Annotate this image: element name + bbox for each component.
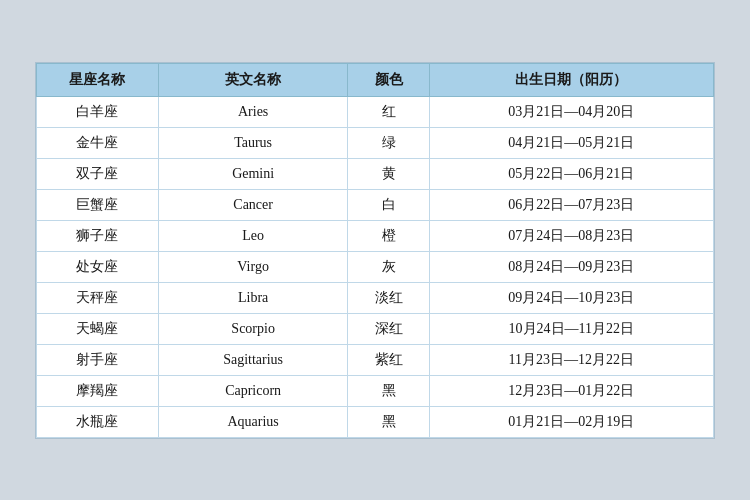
cell-english: Cancer [158,189,348,220]
zodiac-table-container: 星座名称 英文名称 颜色 出生日期（阳历） 白羊座Aries红03月21日—04… [35,62,715,439]
table-row: 双子座Gemini黄05月22日—06月21日 [37,158,714,189]
table-row: 天蝎座Scorpio深红10月24日—11月22日 [37,313,714,344]
table-row: 金牛座Taurus绿04月21日—05月21日 [37,127,714,158]
table-row: 狮子座Leo橙07月24日—08月23日 [37,220,714,251]
cell-chinese: 水瓶座 [37,406,159,437]
cell-english: Capricorn [158,375,348,406]
cell-english: Libra [158,282,348,313]
cell-color: 绿 [348,127,429,158]
cell-color: 紫红 [348,344,429,375]
cell-english: Virgo [158,251,348,282]
cell-chinese: 金牛座 [37,127,159,158]
cell-color: 深红 [348,313,429,344]
cell-english: Sagittarius [158,344,348,375]
cell-color: 黑 [348,375,429,406]
table-row: 摩羯座Capricorn黑12月23日—01月22日 [37,375,714,406]
cell-date: 05月22日—06月21日 [429,158,713,189]
cell-english: Gemini [158,158,348,189]
cell-color: 黄 [348,158,429,189]
cell-english: Leo [158,220,348,251]
cell-date: 08月24日—09月23日 [429,251,713,282]
cell-chinese: 天蝎座 [37,313,159,344]
cell-date: 12月23日—01月22日 [429,375,713,406]
table-header-row: 星座名称 英文名称 颜色 出生日期（阳历） [37,63,714,96]
header-english: 英文名称 [158,63,348,96]
table-row: 巨蟹座Cancer白06月22日—07月23日 [37,189,714,220]
table-row: 处女座Virgo灰08月24日—09月23日 [37,251,714,282]
cell-color: 淡红 [348,282,429,313]
cell-date: 06月22日—07月23日 [429,189,713,220]
cell-date: 03月21日—04月20日 [429,96,713,127]
cell-date: 04月21日—05月21日 [429,127,713,158]
cell-color: 黑 [348,406,429,437]
cell-chinese: 白羊座 [37,96,159,127]
cell-color: 灰 [348,251,429,282]
cell-date: 10月24日—11月22日 [429,313,713,344]
cell-color: 白 [348,189,429,220]
table-body: 白羊座Aries红03月21日—04月20日金牛座Taurus绿04月21日—0… [37,96,714,437]
cell-date: 09月24日—10月23日 [429,282,713,313]
cell-english: Taurus [158,127,348,158]
cell-chinese: 射手座 [37,344,159,375]
cell-color: 红 [348,96,429,127]
cell-chinese: 摩羯座 [37,375,159,406]
cell-date: 07月24日—08月23日 [429,220,713,251]
cell-chinese: 处女座 [37,251,159,282]
cell-color: 橙 [348,220,429,251]
table-row: 天秤座Libra淡红09月24日—10月23日 [37,282,714,313]
table-row: 白羊座Aries红03月21日—04月20日 [37,96,714,127]
table-row: 水瓶座Aquarius黑01月21日—02月19日 [37,406,714,437]
cell-date: 11月23日—12月22日 [429,344,713,375]
cell-chinese: 天秤座 [37,282,159,313]
cell-chinese: 双子座 [37,158,159,189]
header-color: 颜色 [348,63,429,96]
cell-chinese: 狮子座 [37,220,159,251]
header-date: 出生日期（阳历） [429,63,713,96]
cell-chinese: 巨蟹座 [37,189,159,220]
cell-english: Aquarius [158,406,348,437]
cell-date: 01月21日—02月19日 [429,406,713,437]
cell-english: Scorpio [158,313,348,344]
table-row: 射手座Sagittarius紫红11月23日—12月22日 [37,344,714,375]
zodiac-table: 星座名称 英文名称 颜色 出生日期（阳历） 白羊座Aries红03月21日—04… [36,63,714,438]
header-chinese: 星座名称 [37,63,159,96]
cell-english: Aries [158,96,348,127]
